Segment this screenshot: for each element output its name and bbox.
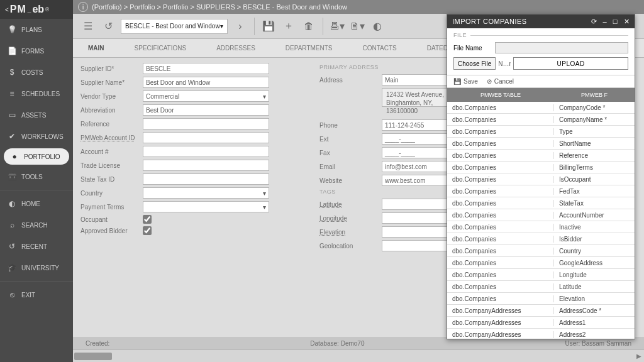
cell-field: Address1 [554,319,635,326]
cell-table: dbo.Companies [447,140,554,147]
upload-button[interactable]: UPLOAD [513,57,628,70]
table-row[interactable]: dbo.CompaniesInactive [447,221,635,233]
search-icon: ⌕ [8,221,16,229]
sidebar-item-recent[interactable]: ↺RECENT [0,236,73,257]
cell-table: dbo.Companies [447,236,554,243]
table-row[interactable]: dbo.CompaniesLatitude [447,281,635,293]
table-row[interactable]: dbo.CompaniesShortName [447,138,635,150]
sidebar-item-forms[interactable]: 📄FORMS [0,40,73,62]
cell-table: dbo.Companies [447,212,554,219]
file-chosen-text: N…n [498,60,511,67]
plans-icon: 💡 [8,25,16,34]
cell-field: Inactive [554,224,635,231]
close-icon[interactable]: ✕ [624,18,630,25]
sidebar-label: SEARCH [21,222,48,229]
sidebar: < PM _ eb ® 💡PLANS📄FORMS$COSTS≡SCHEDULES… [0,0,73,362]
sidebar-item-home[interactable]: ◐HOME [0,193,73,214]
main: i (Portfolio) > Portfolio > Portfolio > … [73,0,644,362]
exit-icon: ⎋ [8,290,16,299]
import-panel: IMPORT COMPANIES ⟳ – □ ✕ FILE File Name … [447,14,635,339]
cell-table: dbo.Companies [447,152,554,159]
schedules-icon: ≡ [8,89,16,98]
sidebar-label: ASSETS [21,112,46,119]
sidebar-label: PLANS [21,26,42,33]
cell-table: dbo.Companies [447,295,554,302]
sidebar-item-assets[interactable]: ▭ASSETS [0,104,73,126]
cell-table: dbo.Companies [447,248,554,255]
table-row[interactable]: dbo.CompaniesIsBidder [447,233,635,245]
cell-field: CompanyName * [554,116,635,123]
maximize-icon[interactable]: □ [613,18,618,25]
logo-pm: PM [10,4,26,15]
workflows-icon: ✔ [8,132,16,141]
import-header[interactable]: IMPORT COMPANIES ⟳ – □ ✕ [447,14,635,28]
table-row[interactable]: dbo.CompaniesAccountNumber [447,209,635,221]
sidebar-item-costs[interactable]: $COSTS [0,62,73,83]
sidebar-item-portfolio[interactable]: ●PORTFOLIO [4,148,69,165]
cell-table: dbo.Companies [447,104,554,111]
sidebar-item-plans[interactable]: 💡PLANS [0,19,73,40]
cell-field: AccountNumber [554,212,635,219]
table-row[interactable]: dbo.CompaniesCompanyCode * [447,102,635,114]
sidebar-item-workflows[interactable]: ✔WORKFLOWS [0,126,73,147]
cell-table: dbo.Companies [447,128,554,135]
cell-field: FedTax [554,188,635,195]
import-table[interactable]: dbo.CompaniesCompanyCode *dbo.CompaniesC… [447,102,635,339]
cell-table: dbo.CompanyAddresses [447,307,554,314]
logo-collapse[interactable]: < [5,6,9,13]
cell-field: BillingTerms [554,164,635,171]
logo-eb: eb [32,4,44,15]
cell-field: Address2 [554,331,635,338]
cell-table: dbo.CompanyAddresses [447,319,554,326]
table-row[interactable]: dbo.CompaniesElevation [447,293,635,305]
cell-field: Latitude [554,283,635,290]
sidebar-item-search[interactable]: ⌕SEARCH [0,214,73,236]
cell-field: IsOccupant [554,176,635,183]
cell-field: IsBidder [554,236,635,243]
choose-file-button[interactable]: Choose File [453,57,496,70]
table-row[interactable]: dbo.CompaniesCountry [447,245,635,257]
cancel-button[interactable]: ⊘ Cancel [487,78,514,85]
refresh-icon[interactable]: ⟳ [591,18,597,25]
file-name-input[interactable] [495,42,628,53]
sidebar-item-tools[interactable]: 🧰TOOLS [0,166,73,187]
table-row[interactable]: dbo.CompaniesIsOccupant [447,173,635,185]
table-row[interactable]: dbo.CompanyAddressesAddress1 [447,317,635,329]
th-pmweb-table: PMWEB TABLE [447,92,554,98]
table-row[interactable]: dbo.CompaniesFedTax [447,185,635,197]
table-row[interactable]: dbo.CompaniesGoogleAddress [447,257,635,269]
sidebar-label: PORTFOLIO [24,153,60,160]
table-row[interactable]: dbo.CompaniesLongitude [447,269,635,281]
recent-icon: ↺ [8,242,16,251]
cell-table: dbo.Companies [447,260,554,266]
sidebar-item-schedules[interactable]: ≡SCHEDULES [0,83,73,104]
portfolio-icon: ● [10,152,19,161]
table-row[interactable]: dbo.CompaniesType [447,126,635,138]
table-row[interactable]: dbo.CompaniesStateTax [447,197,635,209]
home-icon: ◐ [8,199,16,208]
cell-table: dbo.Companies [447,272,554,278]
minimize-icon[interactable]: – [603,18,608,25]
assets-icon: ▭ [8,111,16,119]
sidebar-label: COSTS [21,69,43,76]
logo: < PM _ eb ® [0,0,73,19]
table-row[interactable]: dbo.CompaniesReference [447,150,635,162]
file-section: FILE [453,32,467,38]
table-row[interactable]: dbo.CompaniesBillingTerms [447,162,635,173]
cell-field: Longitude [554,272,635,278]
sidebar-label: EXIT [21,292,35,299]
cell-field: Country [554,248,635,255]
save-button[interactable]: 💾 Save [453,78,478,85]
table-row[interactable]: dbo.CompanyAddressesAddress2 [447,329,635,339]
sidebar-item-exit[interactable]: ⎋ EXIT [0,284,73,305]
import-actions: 💾 Save ⊘ Cancel [447,75,635,88]
cell-field: ShortName [554,140,635,147]
sidebar-label: RECENT [21,243,47,250]
cell-field: Elevation [554,295,635,302]
cell-field: CompanyCode * [554,104,635,111]
table-row[interactable]: dbo.CompanyAddressesAddressCode * [447,305,635,317]
table-row[interactable]: dbo.CompaniesCompanyName * [447,114,635,126]
import-table-head: PMWEB TABLE PMWEB F [447,88,635,102]
sidebar-item-university[interactable]: 🎓UNIVERSITY [0,257,73,278]
cell-table: dbo.Companies [447,164,554,171]
